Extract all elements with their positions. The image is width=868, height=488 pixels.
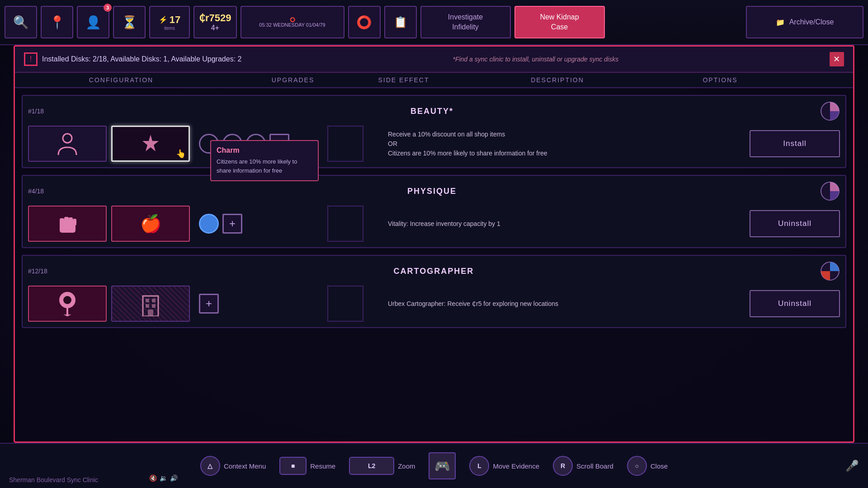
new-kidnap-case-btn[interactable]: New Kidnap Case bbox=[514, 6, 605, 38]
disk-row-cartographer: #12/18 CARTOGRAPHER bbox=[22, 255, 846, 328]
items-value: 17 bbox=[170, 14, 180, 26]
physique-upgrades: + bbox=[194, 214, 326, 234]
svg-rect-16 bbox=[152, 304, 156, 308]
archive-label: Archive/Close bbox=[789, 18, 834, 26]
hourglass-icon[interactable]: ⏳ bbox=[113, 6, 146, 38]
carto-title: CARTOGRAPHER bbox=[394, 267, 474, 276]
microphone-icon: 🎤 bbox=[845, 460, 859, 472]
bottom-bar: △ Context Menu ■ Resume L2 Zoom 🎮 L Move… bbox=[0, 443, 868, 488]
info-banner-text: Installed Disks: 2/18, Available Disks: … bbox=[42, 55, 241, 63]
physique-upgrade-1 bbox=[199, 214, 219, 234]
charm-tooltip: Charm Citizens are 10% more likely to sh… bbox=[210, 140, 319, 181]
tooltip-title: Charm bbox=[217, 146, 312, 155]
time-icon: ⭕ bbox=[290, 17, 295, 22]
zoom-action: L2 Zoom bbox=[349, 457, 415, 475]
search-icon-btn[interactable]: 🔍 bbox=[5, 6, 37, 38]
resume-ctrl: ■ bbox=[279, 457, 307, 475]
svg-rect-8 bbox=[73, 219, 76, 225]
svg-rect-17 bbox=[148, 310, 153, 316]
physique-uninstall-btn[interactable]: Uninstall bbox=[750, 210, 840, 237]
carto-upgrade-add[interactable]: + bbox=[199, 294, 219, 314]
person-icon-btn[interactable]: 👤 3 bbox=[77, 6, 109, 38]
svg-marker-2 bbox=[142, 135, 159, 151]
disk-row-physique: #4/18 PHYSIQUE bbox=[22, 175, 846, 248]
physique-title: PHYSIQUE bbox=[407, 187, 457, 196]
map-icon-btn[interactable]: 📍 bbox=[41, 6, 73, 38]
beauty-sector-icon bbox=[820, 101, 840, 121]
beauty-title: BEAUTY* bbox=[410, 107, 453, 116]
col-description: Description bbox=[449, 76, 666, 84]
credits-stat: ₵r7529 4+ bbox=[193, 6, 237, 38]
beauty-side-effect bbox=[327, 126, 363, 162]
info-banner-hint: *Find a sync clinic to install, uninstal… bbox=[453, 56, 618, 63]
player-token: 🎮 bbox=[429, 452, 456, 479]
svg-point-1 bbox=[63, 134, 72, 143]
disk-row-carto-header: #12/18 CARTOGRAPHER bbox=[28, 261, 840, 281]
physique-slot1[interactable] bbox=[28, 206, 107, 242]
credits-value: ₵r7529 bbox=[199, 12, 231, 24]
close-action[interactable]: ○ Close bbox=[627, 456, 668, 476]
disk-row-beauty-header: #1/18 BEAUTY* bbox=[28, 101, 840, 121]
items-label: items bbox=[164, 26, 175, 31]
archive-close-btn[interactable]: 📁 Archive/Close bbox=[746, 6, 863, 38]
svg-rect-7 bbox=[69, 217, 73, 225]
context-menu-ctrl: △ bbox=[200, 456, 220, 476]
carto-description: Urbex Cartographer: Receive ₵r5 for expl… bbox=[383, 299, 734, 309]
physique-sector-icon bbox=[820, 181, 840, 201]
close-label: Close bbox=[651, 462, 668, 470]
col-configuration: Configuration bbox=[15, 76, 227, 84]
disk-row-beauty: #1/18 BEAUTY* bbox=[22, 95, 846, 168]
close-banner-button[interactable]: ✕ bbox=[830, 52, 844, 66]
scroll-board-label: Scroll Board bbox=[576, 462, 613, 470]
info-banner: ! Installed Disks: 2/18, Available Disks… bbox=[15, 47, 853, 73]
carto-side-effect bbox=[327, 286, 363, 322]
beauty-slot1[interactable] bbox=[28, 126, 107, 162]
time-value: 05:32 WEDNESDAY 01/04/79 bbox=[259, 22, 325, 28]
resume-label: Resume bbox=[310, 462, 335, 470]
time-stat: ⭕ 05:32 WEDNESDAY 01/04/79 bbox=[241, 6, 344, 38]
volume-controls: 🔇 🔉 🔊 bbox=[149, 474, 178, 482]
beauty-description: Receive a 10% discount on all shop items… bbox=[383, 130, 734, 158]
physique-side-effect bbox=[327, 206, 363, 242]
resume-action[interactable]: ■ Resume bbox=[279, 457, 335, 475]
svg-rect-14 bbox=[152, 299, 156, 302]
beauty-id: #1/18 bbox=[28, 108, 44, 115]
investigate-infidelity-btn[interactable]: Investigate Infidelity bbox=[420, 6, 511, 38]
square-nav-icon[interactable]: 📋 bbox=[384, 6, 417, 38]
carto-uninstall-btn[interactable]: Uninstall bbox=[750, 290, 840, 317]
carto-upgrades: + bbox=[194, 294, 326, 314]
close-ctrl: ○ bbox=[627, 456, 647, 476]
physique-description: Vitality: Increase inventory capacity by… bbox=[383, 219, 734, 229]
physique-slot2[interactable]: 🍎 bbox=[111, 206, 190, 242]
scroll-board-action: R Scroll Board bbox=[553, 456, 613, 476]
carto-slot1[interactable] bbox=[28, 286, 107, 322]
map-icon[interactable]: 📍 bbox=[41, 6, 73, 38]
hourglass-icon-btn[interactable]: ⏳ bbox=[113, 6, 146, 38]
zoom-label: Zoom bbox=[398, 462, 415, 470]
svg-rect-13 bbox=[146, 299, 149, 302]
svg-point-11 bbox=[63, 296, 71, 304]
move-evidence-ctrl: L bbox=[469, 456, 489, 476]
items-stat: ⚡ 17 items bbox=[149, 6, 190, 38]
notification-badge: 3 bbox=[104, 4, 112, 12]
tooltip-body: Citizens are 10% more likely to share in… bbox=[217, 157, 312, 175]
physique-upgrade-add[interactable]: + bbox=[222, 214, 242, 234]
carto-slot2[interactable] bbox=[111, 286, 190, 322]
volume-icon2: 🔉 bbox=[160, 474, 167, 482]
volume-icon1: 🔇 bbox=[149, 474, 157, 482]
context-menu-action: △ Context Menu bbox=[200, 456, 266, 476]
physique-id: #4/18 bbox=[28, 188, 44, 195]
zoom-ctrl: L2 bbox=[349, 457, 394, 475]
archive-icon: 📁 bbox=[776, 18, 785, 27]
top-bar: 🔍 📍 👤 3 ⏳ ⚡ 17 items ₵r7529 4+ ⭕ 05:32 W… bbox=[0, 0, 868, 45]
location-label: Sherman Boulevard Sync Clinic bbox=[9, 476, 98, 483]
search-icon[interactable]: 🔍 bbox=[5, 6, 37, 38]
carto-sector-icon bbox=[820, 261, 840, 281]
svg-rect-5 bbox=[60, 218, 64, 225]
banner-icon: ! bbox=[24, 52, 38, 66]
volume-icon3: 🔊 bbox=[170, 474, 178, 482]
circle-nav-icon[interactable]: ⭕ bbox=[348, 6, 381, 38]
column-headers: Configuration Upgrades Side Effect Descr… bbox=[15, 73, 853, 88]
beauty-slot2[interactable]: 👆 bbox=[111, 126, 190, 162]
beauty-install-btn[interactable]: Install bbox=[750, 130, 840, 157]
